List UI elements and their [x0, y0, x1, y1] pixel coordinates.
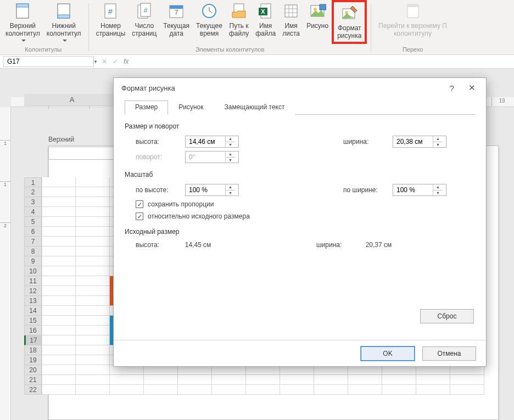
row-header[interactable]: 2 — [24, 187, 42, 197]
height-spinner[interactable]: ▲▼ — [185, 136, 239, 148]
header-button[interactable]: Верхний колонтитул — [2, 0, 43, 44]
grid-icon — [282, 2, 300, 20]
fx-icon[interactable]: fx — [124, 58, 128, 65]
footer-icon — [55, 2, 72, 20]
orig-width-value: 20,37 см — [366, 241, 475, 249]
row-header[interactable]: 22 — [24, 385, 42, 395]
ok-button[interactable]: OK — [361, 346, 415, 361]
row-header[interactable]: 14 — [24, 306, 42, 316]
row-header[interactable]: 18 — [24, 345, 42, 355]
svg-rect-26 — [320, 4, 326, 10]
spin-down-icon[interactable]: ▼ — [226, 142, 235, 148]
row-header[interactable]: 10 — [24, 266, 42, 276]
checkbox-checked-icon: ✓ — [136, 200, 143, 208]
row-header[interactable]: 4 — [24, 207, 42, 217]
row-header[interactable]: 9 — [24, 256, 42, 266]
row-header[interactable]: 16 — [24, 326, 42, 335]
spin-down-icon[interactable]: ▼ — [433, 191, 443, 196]
row-header[interactable]: 17 — [24, 335, 42, 345]
current-time-button[interactable]: Текущее время — [193, 0, 226, 44]
spin-up-icon[interactable]: ▲ — [226, 136, 235, 142]
scale-height-spinner[interactable]: ▲▼ — [185, 184, 239, 196]
ribbon-group-hf: Верхний колонтитул Нижний колонтитул Кол… — [0, 0, 87, 54]
row-header[interactable]: 1 — [24, 177, 42, 187]
page-count-icon: # — [136, 2, 153, 20]
spin-down-icon[interactable]: ▼ — [226, 191, 235, 196]
file-path-button[interactable]: Путь к файлу — [226, 0, 252, 44]
row-header[interactable]: 6 — [24, 227, 42, 237]
clock-icon — [200, 2, 218, 20]
orig-height-value: 14,45 см — [185, 241, 294, 249]
spin-up-icon[interactable]: ▲ — [433, 184, 443, 191]
lock-aspect-checkbox[interactable]: ✓сохранить пропорции — [136, 200, 475, 208]
excel-file-icon: X — [257, 2, 275, 20]
vertical-ruler: 1 1 2 — [0, 107, 11, 420]
picture-icon — [309, 2, 326, 20]
row-header[interactable]: 15 — [24, 316, 42, 326]
name-box-input[interactable] — [4, 58, 93, 65]
dialog-tabs: Размер Рисунок Замещающий текст — [125, 100, 475, 115]
section-original: Исходный размер — [125, 228, 475, 236]
formula-bar-row: ▼ ✕ ✓ fx — [0, 55, 514, 69]
spin-up-icon: ▲ — [226, 152, 235, 158]
tab-picture[interactable]: Рисунок — [168, 100, 214, 115]
file-name-button[interactable]: X Имя файла — [252, 0, 279, 44]
row-header[interactable]: 20 — [24, 365, 42, 375]
reset-button[interactable]: Сброс — [420, 309, 474, 323]
spin-up-icon[interactable]: ▲ — [433, 136, 443, 142]
picture-button[interactable]: Рисуно — [303, 0, 332, 44]
column-headers: A — [24, 94, 120, 106]
goto-header-icon — [404, 2, 422, 20]
row-header[interactable]: 8 — [24, 247, 42, 256]
row-header[interactable]: 11 — [24, 276, 42, 286]
row-header[interactable]: 21 — [24, 375, 42, 385]
tab-size[interactable]: Размер — [125, 100, 168, 115]
scale-height-input[interactable] — [186, 186, 225, 194]
cancel-button[interactable]: Отмена — [422, 346, 476, 361]
row-header[interactable]: 7 — [24, 237, 42, 247]
height-input[interactable] — [186, 138, 225, 145]
tab-alt-text[interactable]: Замещающий текст — [214, 100, 295, 115]
page-number-button[interactable]: # Номер страницы — [93, 0, 129, 44]
spin-up-icon[interactable]: ▲ — [226, 184, 235, 191]
spin-down-icon[interactable]: ▼ — [433, 142, 443, 148]
section-size-rotate: Размер и поворот — [125, 122, 475, 130]
help-button[interactable]: ? — [442, 80, 462, 96]
goto-header-button: Перейти к верхнему П колонтитулу — [375, 0, 450, 44]
width-spinner[interactable]: ▲▼ — [393, 136, 446, 148]
name-box[interactable]: ▼ — [3, 56, 94, 67]
page-count-button[interactable]: # Число страниц — [128, 0, 160, 44]
folder-icon — [230, 2, 248, 20]
col-header-a[interactable]: A — [24, 94, 120, 106]
row-header[interactable]: 3 — [24, 197, 42, 207]
orig-height-label: высота: — [136, 241, 185, 249]
format-picture-icon — [340, 4, 358, 22]
row-header[interactable]: 5 — [24, 217, 42, 227]
row-header[interactable]: 12 — [24, 286, 42, 296]
current-date-button[interactable]: 7 Текущая дата — [160, 0, 193, 44]
width-label: ширина: — [343, 138, 393, 145]
footer-button[interactable]: Нижний колонтитул — [43, 0, 85, 44]
scale-width-label: по ширине: — [343, 186, 393, 194]
group-label-elements: Элементы колонтитулов — [195, 46, 265, 54]
format-picture-button[interactable]: Формат рисунка — [332, 0, 367, 44]
sheet-name-button[interactable]: Имя листа — [279, 0, 303, 44]
ribbon-group-elements: # Номер страницы # Число страниц 7 Текущ… — [91, 0, 370, 54]
scale-width-input[interactable] — [393, 186, 433, 194]
cancel-icon[interactable]: ✕ — [102, 58, 107, 65]
row-header[interactable]: 19 — [24, 355, 42, 365]
svg-text:#: # — [143, 7, 147, 14]
scale-width-spinner[interactable]: ▲▼ — [393, 184, 446, 196]
relative-original-checkbox[interactable]: ✓относительно исходного размера — [136, 212, 475, 220]
svg-text:7: 7 — [175, 9, 178, 16]
check-icon[interactable]: ✓ — [113, 58, 118, 65]
ribbon: Верхний колонтитул Нижний колонтитул Кол… — [0, 0, 514, 55]
section-scale: Масштаб — [125, 171, 475, 178]
close-button[interactable]: ✕ — [462, 80, 482, 96]
dialog-titlebar[interactable]: Формат рисунка ? ✕ — [114, 78, 486, 98]
row-header[interactable]: 13 — [24, 296, 42, 306]
height-label: высота: — [136, 138, 185, 145]
svg-text:#: # — [109, 7, 113, 16]
page-header-label: Верхний — [48, 136, 74, 143]
width-input[interactable] — [393, 138, 433, 145]
